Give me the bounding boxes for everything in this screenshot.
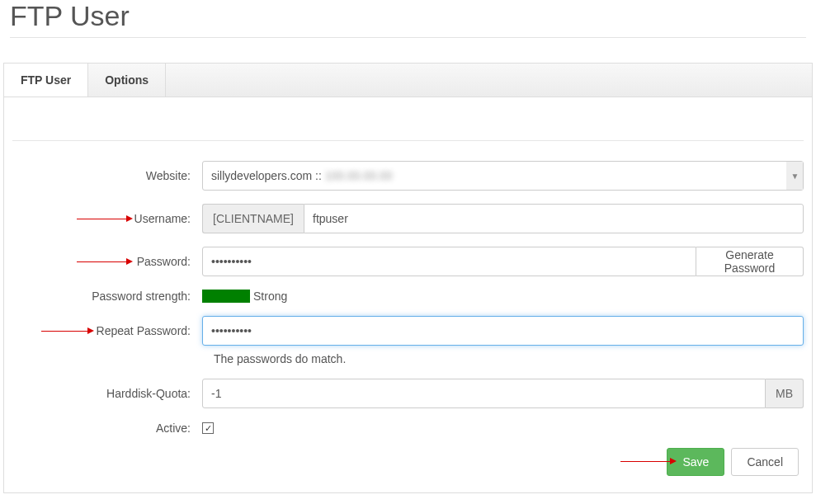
active-label: Active: — [12, 422, 202, 435]
harddisk-quota-input[interactable] — [202, 379, 766, 408]
tab-ftp-user[interactable]: FTP User — [4, 64, 88, 97]
username-label: Username: — [12, 212, 202, 225]
save-button[interactable]: Save — [667, 448, 724, 476]
website-value: sillydevelopers.com :: — [211, 169, 322, 182]
repeat-password-input[interactable] — [202, 316, 804, 346]
password-match-text: The passwords do match. — [214, 352, 804, 365]
website-blurred: 100.00.00.00 — [325, 169, 393, 182]
username-input[interactable] — [304, 204, 804, 233]
password-label: Password: — [12, 255, 202, 268]
cancel-button[interactable]: Cancel — [731, 448, 799, 476]
tabs-bar: FTP User Options — [3, 63, 813, 97]
active-checkbox[interactable]: ✓ — [202, 422, 214, 434]
password-strength-label: Password strength: — [12, 290, 202, 303]
password-strength-text: Strong — [253, 290, 287, 303]
repeat-password-label: Repeat Password: — [12, 324, 202, 337]
page-title: FTP User — [10, 0, 806, 38]
harddisk-quota-unit: MB — [766, 379, 804, 408]
website-label: Website: — [12, 169, 202, 182]
form-panel: Website: sillydevelopers.com :: 100.00.0… — [3, 97, 813, 493]
website-select[interactable]: sillydevelopers.com :: 100.00.00.00 ▼ — [202, 161, 804, 191]
harddisk-quota-label: Harddisk-Quota: — [12, 387, 202, 400]
password-input[interactable] — [202, 247, 696, 276]
password-strength-bar — [202, 290, 250, 303]
generate-password-button[interactable]: Generate Password — [696, 247, 804, 276]
chevron-down-icon: ▼ — [786, 162, 803, 190]
tab-options[interactable]: Options — [88, 64, 166, 97]
username-prefix: [CLIENTNAME] — [202, 204, 304, 233]
